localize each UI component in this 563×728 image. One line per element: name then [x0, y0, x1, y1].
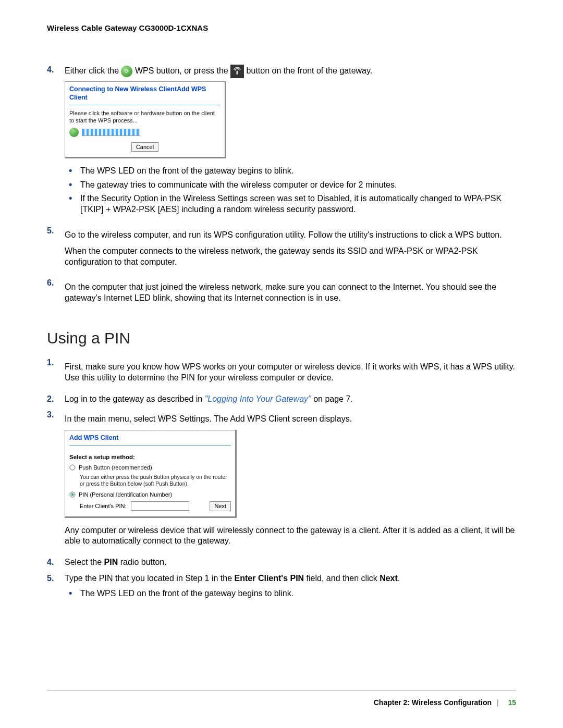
- svg-point-1: [70, 465, 75, 470]
- cancel-button[interactable]: Cancel: [131, 142, 158, 152]
- radio-push-button[interactable]: [69, 464, 76, 471]
- svg-rect-0: [237, 70, 238, 75]
- pin-step4-text2: radio button.: [118, 558, 166, 566]
- page-footer: Chapter 2: Wireless Configuration | 15: [47, 690, 516, 707]
- step5-para2: When the computer connects to the wirele…: [65, 246, 516, 268]
- pin-step4-text1: Select the: [65, 558, 104, 566]
- wps-soft-button-icon: ⟳: [121, 66, 132, 77]
- radio-push-button-label: Push Button (recommended): [79, 464, 152, 471]
- dialog-title: Add WPS Client: [65, 430, 235, 443]
- step-number: 5.: [47, 226, 65, 273]
- step-5: 5. Go to the wireless computer, and run …: [47, 226, 516, 273]
- pin-step-1: 1. First, make sure you know how WPS wor…: [47, 357, 516, 389]
- add-wps-client-dialog: Add WPS Client Select a setup method: Pu…: [65, 430, 237, 517]
- bullet-item: If the Security Option in the Wireless S…: [80, 193, 516, 215]
- pin-step-3: 3. In the main menu, select WPS Settings…: [47, 410, 516, 552]
- step-6: 6. On the computer that just joined the …: [47, 278, 516, 309]
- wps-progress-icon: [69, 128, 79, 137]
- push-button-description: You can either press the push Button phy…: [65, 473, 235, 490]
- bullet-item: The WPS LED on the front of the gateway …: [80, 588, 516, 599]
- step6-para: On the computer that just joined the wir…: [65, 282, 516, 304]
- bullet-item: The gateway tries to communicate with th…: [80, 180, 516, 191]
- pin-step5-text2: field, and then click: [304, 574, 380, 583]
- step4-text3: button on the front of the gateway.: [247, 66, 373, 75]
- section-heading-using-a-pin: Using a PIN: [47, 328, 516, 348]
- wps-progress-bar: [82, 129, 140, 136]
- step-number: 4.: [47, 557, 65, 568]
- pin-step3-para: In the main menu, select WPS Settings. T…: [65, 414, 516, 425]
- pin-step2-text1: Log in to the gateway as described in: [65, 394, 205, 403]
- pin-step1-para: First, make sure you know how WPS works …: [65, 362, 516, 384]
- step4-text2: WPS button, or press the: [135, 66, 230, 75]
- doc-title-header: Wireless Cable Gateway CG3000D-1CXNAS: [47, 23, 516, 33]
- step5-para1: Go to the wireless computer, and run its…: [65, 230, 516, 241]
- step-number: 4.: [47, 65, 65, 221]
- step-4: 4. Either click the ⟳ WPS button, or pre…: [47, 65, 516, 221]
- step-number: 3.: [47, 410, 65, 552]
- svg-point-3: [71, 493, 74, 496]
- dialog-title: Connecting to New Wireless ClientAdd WPS…: [65, 82, 225, 103]
- step-number: 5.: [47, 573, 65, 604]
- pin-step2-text2: on page 7.: [311, 394, 353, 403]
- after-screenshot-para: Any computer or wireless device that wil…: [65, 525, 516, 547]
- pin-bold: PIN: [104, 558, 118, 566]
- radio-pin[interactable]: [69, 491, 76, 498]
- radio-pin-label: PIN (Personal Identification Number): [79, 491, 172, 498]
- pin-step-2: 2. Log in to the gateway as described in…: [47, 394, 516, 405]
- cross-ref-link[interactable]: "Logging Into Your Gateway": [205, 394, 311, 403]
- step4-text1: Either click the: [65, 66, 121, 75]
- step-number: 2.: [47, 394, 65, 405]
- wps-hardware-button-icon: [230, 65, 244, 78]
- enter-pin-bold: Enter Client's PIN: [235, 574, 304, 583]
- setup-method-label: Select a setup method:: [65, 449, 235, 463]
- chapter-label: Chapter 2: Wireless Configuration: [374, 698, 492, 707]
- dialog-instruction-text: Please click the software or hardware bu…: [65, 108, 225, 127]
- pin-step5-text3: .: [398, 574, 400, 583]
- step-number: 1.: [47, 357, 65, 389]
- footer-separator: |: [497, 698, 499, 707]
- wps-connecting-dialog: Connecting to New Wireless ClientAdd WPS…: [65, 81, 226, 158]
- pin-step5-text1: Type the PIN that you located in Step 1 …: [65, 574, 235, 583]
- bullet-item: The WPS LED on the front of the gateway …: [80, 166, 516, 177]
- next-button[interactable]: Next: [210, 501, 231, 511]
- pin-step-4: 4. Select the PIN radio button.: [47, 557, 516, 568]
- client-pin-input[interactable]: [131, 501, 189, 511]
- page-number: 15: [508, 698, 516, 707]
- pin-step-5: 5. Type the PIN that you located in Step…: [47, 573, 516, 604]
- step-number: 6.: [47, 278, 65, 309]
- next-bold: Next: [380, 574, 398, 583]
- pin-field-label: Enter Client's PIN:: [80, 502, 127, 510]
